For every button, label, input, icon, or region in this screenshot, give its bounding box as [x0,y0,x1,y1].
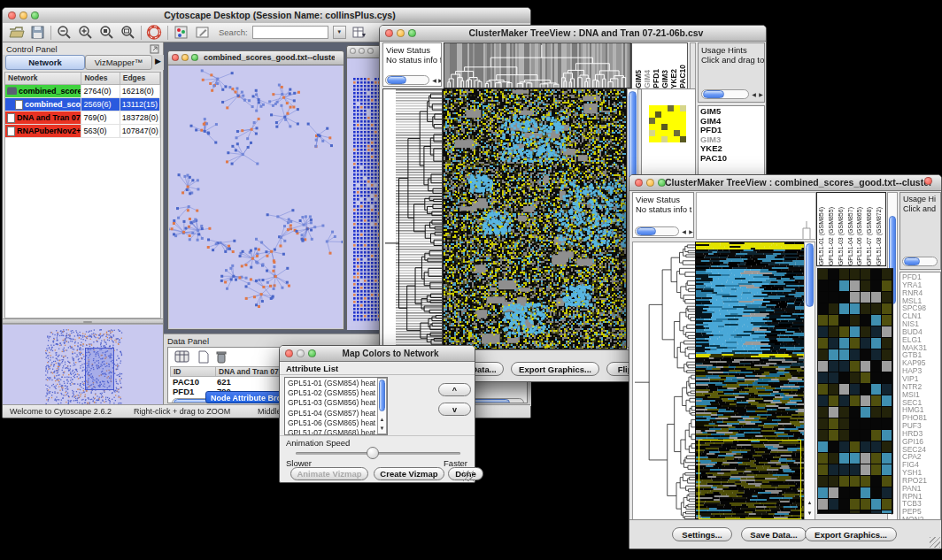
tv2-titlebar[interactable]: ClusterMaker TreeView : combined_scores_… [629,175,941,191]
close-button[interactable] [285,349,293,357]
column-label[interactable]: GIM5 [634,70,643,88]
column-label[interactable]: PFD1 [652,69,660,88]
minimize-button[interactable] [297,349,305,357]
tv2-heatmap[interactable] [695,242,806,523]
tv1-correlation-matrix[interactable] [649,105,686,142]
tv2-top-dendrogram[interactable] [696,192,816,240]
import-table-icon[interactable] [351,25,367,40]
zoom-selected-icon[interactable] [98,25,115,40]
animate-vizmap-button[interactable]: Animate Vizmap [290,467,368,480]
float-panel-icon[interactable] [150,44,159,54]
zoom-in-icon[interactable] [77,25,94,40]
tv2-zoom-panel[interactable] [817,268,893,514]
zoom-out-icon[interactable] [56,25,73,40]
column-label[interactable]: PAC10 [678,65,687,88]
search-input[interactable] [252,26,328,39]
tv2-status-scrollbar[interactable] [635,226,679,236]
attribute-item[interactable]: GPL51-07 (GSM868) heat shock 60 min [288,428,384,435]
bg-win-light[interactable] [367,48,374,54]
network-list-row[interactable]: DNA and Tran 07 769(0) 183728(0) [5,111,160,125]
tv2-heatmap-vscrollbar[interactable]: ▲ ▼ [804,242,815,521]
attribute-list-vscrollbar[interactable]: ▲ ▼ [377,378,387,434]
export-graphics-button[interactable]: Export Graphics... [511,362,599,376]
delete-attribute-icon[interactable] [214,349,228,364]
zoom-fit-icon[interactable] [120,25,136,40]
close-button[interactable] [8,12,16,19]
attribute-item[interactable]: GPL51-04 (GSM857) heat shock 20 min [288,409,384,418]
help-lifering-icon[interactable] [146,25,163,40]
move-up-button[interactable]: ^ [438,383,471,396]
resize-grip[interactable] [463,471,474,481]
scroll-right-icon[interactable]: ▶ [687,228,694,235]
network-list-row[interactable]: combined_sco 2569(6) 13112(15) [5,98,160,111]
search-dropdown-button[interactable]: ▼ [333,26,346,39]
annotation-icon[interactable] [194,25,211,40]
column-label[interactable]: GPL51-03 (GSM856) [838,207,847,265]
tab-network[interactable]: Network [5,55,85,70]
close-button[interactable] [635,179,643,187]
scroll-down-icon[interactable]: ▼ [806,510,814,517]
scroll-up-icon[interactable]: ▲ [378,416,386,423]
minimize-button[interactable] [397,29,405,37]
column-label[interactable]: YKE2 [669,69,678,88]
resize-grip[interactable] [930,537,940,548]
column-label[interactable]: GPL51-07 (GSM868) [866,207,876,265]
cytoscape-titlebar[interactable]: Cytoscape Desktop (Session Name: collins… [3,8,530,24]
scroll-down-icon[interactable]: ▼ [378,425,386,432]
net-close-button[interactable] [172,54,179,61]
tv1-left-dendrogram[interactable] [382,88,443,349]
attribute-item[interactable]: GPL51-03 (GSM856) heat shock 15 min [288,398,384,408]
close-button[interactable] [385,29,393,37]
column-label[interactable]: GIM3 [660,70,669,88]
gene-label[interactable]: PAC10 [700,154,762,164]
save-data-button[interactable]: Save Data... [741,527,807,541]
attribute-select-icon[interactable] [174,349,191,364]
column-label[interactable]: GIM4 [643,70,652,88]
column-label[interactable]: GPL51-01 (GSM854) [818,207,828,265]
tv1-status-scrollbar[interactable] [385,75,429,85]
export-graphics-button[interactable]: Export Graphics... [805,527,897,541]
attribute-item[interactable]: GPL51-02 (GSM855) heat shock 10 min [288,388,384,398]
vizmapper-icon[interactable] [173,25,189,40]
birdseye-view[interactable] [3,324,163,406]
gene-label[interactable]: YKE2 [700,144,762,154]
gene-label[interactable]: GIM5 [700,107,762,117]
net-minimize-button[interactable] [181,54,189,61]
scroll-right-icon[interactable]: ▶ [436,77,442,84]
col-network[interactable]: Network [5,73,81,84]
network-canvas[interactable] [169,65,343,328]
tv1-top-dendrogram[interactable] [444,42,631,88]
tv1-heatmap[interactable] [443,88,627,349]
attribute-item[interactable]: GPL51-06 (GSM865) heat shock 40 min [288,418,384,428]
network-list-row[interactable]: RNAPuberNov2+ 563(0) 107847(0) [5,125,160,138]
move-down-button[interactable]: v [438,403,471,416]
column-label[interactable]: GPL51-04 (GSM857) [847,207,857,265]
dialog-titlebar[interactable]: Map Colors to Network [280,346,475,362]
scroll-up-icon[interactable]: ▲ [806,499,814,506]
data-col-id[interactable]: ID [171,367,216,376]
bg-win-light[interactable] [359,48,365,54]
speed-slider-thumb[interactable] [367,447,379,459]
tab-vizmapper[interactable]: VizMapper™ [85,55,152,70]
net-zoom-button[interactable] [191,54,198,61]
col-nodes[interactable]: Nodes [81,73,120,84]
col-edges[interactable]: Edges [120,73,160,84]
gene-label[interactable]: PFD1 [700,126,762,135]
new-attribute-icon[interactable] [197,349,211,364]
open-session-icon[interactable] [8,25,25,40]
more-tabs-arrow[interactable]: ▶ [155,57,161,65]
birdseye-canvas[interactable] [3,325,162,406]
bg-win-light[interactable] [350,48,356,54]
column-label[interactable]: GPL51-08 (GSM872) [876,207,885,265]
minimize-button[interactable] [19,12,27,19]
tv1-titlebar[interactable]: ClusterMaker TreeView : DNA and Tran 07-… [380,26,766,42]
scroll-right-icon[interactable]: ▶ [757,91,765,98]
background-window-close-light[interactable] [924,177,932,185]
tv1-hints-scrollbar[interactable] [701,89,749,99]
column-label[interactable]: GPL51-02 (GSM855) [828,207,838,265]
settings-button[interactable]: Settings... [672,527,732,541]
tv2-hints-scrollbar[interactable] [902,257,938,266]
network-list-row[interactable]: combined_scores 2764(0) 16218(0) [5,85,160,98]
save-session-icon[interactable] [29,25,46,40]
create-vizmap-button[interactable]: Create Vizmap [374,467,444,480]
